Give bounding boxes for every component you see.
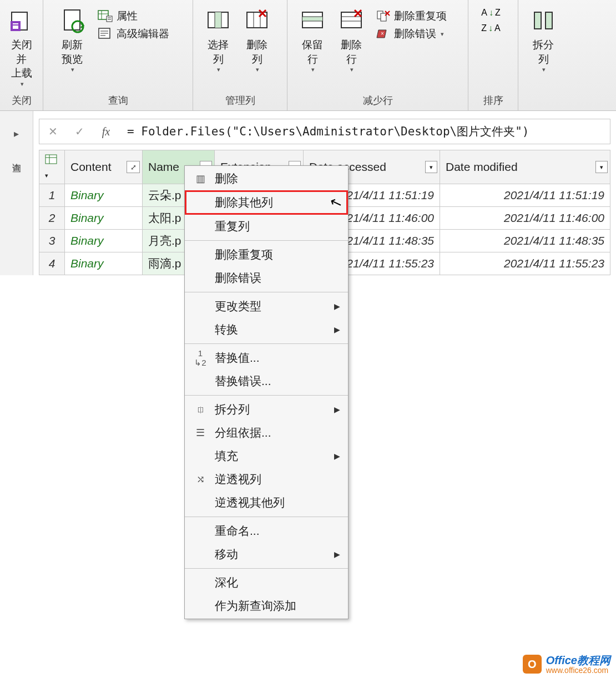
properties-label: 属性 [117, 9, 138, 23]
dropdown-arrow-icon: ▾ [441, 31, 444, 38]
watermark-url: www.office26.com [546, 666, 610, 675]
advanced-editor-button[interactable]: 高级编辑器 [98, 27, 169, 41]
cm-rename[interactable]: 重命名... [185, 519, 348, 543]
cm-delete[interactable]: ▥删除 [185, 167, 348, 190]
side-panel: ▸ 查询 [0, 111, 33, 275]
side-expand-icon[interactable]: ▸ [14, 128, 19, 140]
cm-duplicate-col[interactable]: 重复列 [185, 215, 348, 238]
svg-text:×: × [381, 31, 384, 37]
ribbon-group-split: 拆分 列▾ [518, 0, 616, 110]
submenu-arrow-icon: ▶ [334, 452, 340, 461]
col-header-date-modified[interactable]: Date modified▾ [440, 150, 610, 184]
group-label-reduce: 减少行 [287, 92, 468, 110]
filter-icon[interactable]: ▾ [595, 161, 608, 173]
cm-split-column[interactable]: ⎅拆分列▶ [185, 398, 348, 421]
ribbon-group-sort: A↓Z Z↓A 排序 [468, 0, 518, 110]
svg-rect-3 [13, 26, 18, 29]
cm-move[interactable]: 移动▶ [185, 543, 348, 566]
keep-rows-button[interactable]: 保留 行▾ [293, 6, 332, 75]
submenu-arrow-icon: ▶ [334, 302, 340, 311]
sort-desc-button[interactable]: Z↓A [481, 23, 500, 33]
group-label-query: 查询 [43, 92, 193, 110]
table-corner[interactable]: ▾ [39, 150, 65, 184]
cell-content: Binary [65, 207, 143, 230]
cm-drill-down[interactable]: 深化 [185, 571, 348, 594]
svg-rect-41 [46, 155, 57, 164]
menu-separator [185, 395, 348, 396]
svg-rect-26 [302, 17, 322, 21]
remove-errors-button[interactable]: × 删除错误▾ [376, 27, 447, 41]
remove-err-icon: × [376, 28, 391, 40]
properties-button[interactable]: 属性 [98, 9, 169, 23]
refresh-preview-button[interactable]: 刷新 预览▾ [49, 6, 95, 75]
editor-icon [98, 27, 113, 41]
unpivot-icon: ⤭ [193, 473, 208, 485]
row-number: 1 [39, 184, 65, 207]
cm-remove-errors[interactable]: 删除错误 [185, 266, 348, 290]
cell-date-modified: 2021/4/11 11:46:00 [440, 207, 610, 230]
replace-icon: 1↳2 [193, 348, 208, 368]
filter-icon[interactable]: ▾ [425, 161, 437, 173]
table-icon [45, 154, 57, 164]
cm-remove-duplicates[interactable]: 删除重复项 [185, 243, 348, 266]
sort-asc-icon: A [481, 8, 487, 18]
menu-separator [185, 343, 348, 344]
delete-rows-button[interactable]: 删除 行▾ [332, 6, 371, 75]
split-column-button[interactable]: 拆分 列▾ [524, 6, 563, 75]
delete-columns-button[interactable]: 删除 列▾ [238, 6, 276, 75]
cell-date-modified: 2021/4/11 11:48:35 [440, 230, 610, 252]
group-label-close: 关闭 [0, 92, 43, 110]
ribbon: 关闭并 上载▾ 关闭 刷新 预览▾ 属性 高级编辑器 查询 [0, 0, 616, 111]
menu-separator [185, 568, 348, 569]
formula-text[interactable]: = Folder.Files("C:\Users\Administrator\D… [119, 124, 529, 139]
cell-content: Binary [65, 230, 143, 252]
dropdown-arrow-icon: ▾ [542, 66, 546, 73]
delete-cols-icon [244, 8, 270, 34]
remove-dup-label: 删除重复项 [394, 9, 447, 23]
cell-content: Binary [65, 184, 143, 207]
close-load-icon [8, 8, 35, 34]
ribbon-group-query: 刷新 预览▾ 属性 高级编辑器 查询 [43, 0, 193, 110]
select-columns-button[interactable]: 选择 列▾ [199, 6, 238, 75]
properties-icon [98, 9, 113, 23]
submenu-arrow-icon: ▶ [334, 325, 340, 334]
remove-duplicates-button[interactable]: 删除重复项 [376, 9, 447, 23]
sort-desc-icon: Z [481, 23, 487, 33]
svg-rect-2 [13, 23, 18, 24]
formula-bar: ✕ ✓ fx = Folder.Files("C:\Users\Administ… [39, 119, 610, 144]
dropdown-arrow-icon: ▾ [21, 80, 24, 88]
close-and-load-button[interactable]: 关闭并 上载▾ [6, 6, 37, 90]
cm-group-by[interactable]: ☰分组依据... [185, 421, 348, 444]
cm-unpivot-other[interactable]: 逆透视其他列 [185, 491, 348, 514]
svg-rect-17 [215, 12, 221, 28]
delete-rows-icon [338, 8, 365, 34]
cm-unpivot[interactable]: ⤭逆透视列 [185, 468, 348, 491]
cell-date-modified: 2021/4/11 11:51:19 [440, 184, 610, 207]
watermark-badge-icon: O [523, 655, 542, 674]
svg-rect-9 [107, 16, 112, 22]
ribbon-group-reduce-rows: 保留 行▾ 删除 行▾ 删除重复项 × 删除错误▾ 减少行 [287, 0, 468, 110]
sort-asc-button[interactable]: A↓Z [481, 8, 500, 18]
select-cols-icon [205, 8, 231, 34]
cm-transform[interactable]: 转换▶ [185, 318, 348, 341]
svg-rect-40 [546, 12, 552, 29]
col-header-content[interactable]: Content⤢ [65, 150, 143, 184]
watermark: O Office教程网 www.office26.com [523, 654, 610, 675]
dropdown-arrow-icon: ▾ [350, 66, 354, 73]
formula-cancel-button[interactable]: ✕ [39, 125, 66, 138]
formula-fx-icon[interactable]: fx [93, 125, 119, 138]
cm-fill[interactable]: 填充▶ [185, 444, 348, 468]
formula-accept-button[interactable]: ✓ [66, 125, 93, 138]
advanced-editor-label: 高级编辑器 [117, 27, 169, 41]
cm-replace-errors[interactable]: 替换错误... [185, 370, 348, 393]
cm-add-as-query[interactable]: 作为新查询添加 [185, 594, 348, 618]
delete-cols-label: 删除 列 [246, 38, 267, 66]
ribbon-group-manage-cols: 选择 列▾ 删除 列▾ 管理列 [193, 0, 287, 110]
keep-rows-icon [299, 8, 326, 34]
cm-replace-values[interactable]: 1↳2替换值... [185, 346, 348, 370]
cm-change-type[interactable]: 更改类型▶ [185, 295, 348, 318]
expand-icon[interactable]: ⤢ [127, 161, 140, 173]
cm-delete-other-cols[interactable]: 删除其他列 [185, 190, 348, 215]
cell-date-modified: 2021/4/11 11:55:23 [440, 252, 610, 275]
remove-err-label: 删除错误 [394, 27, 436, 41]
